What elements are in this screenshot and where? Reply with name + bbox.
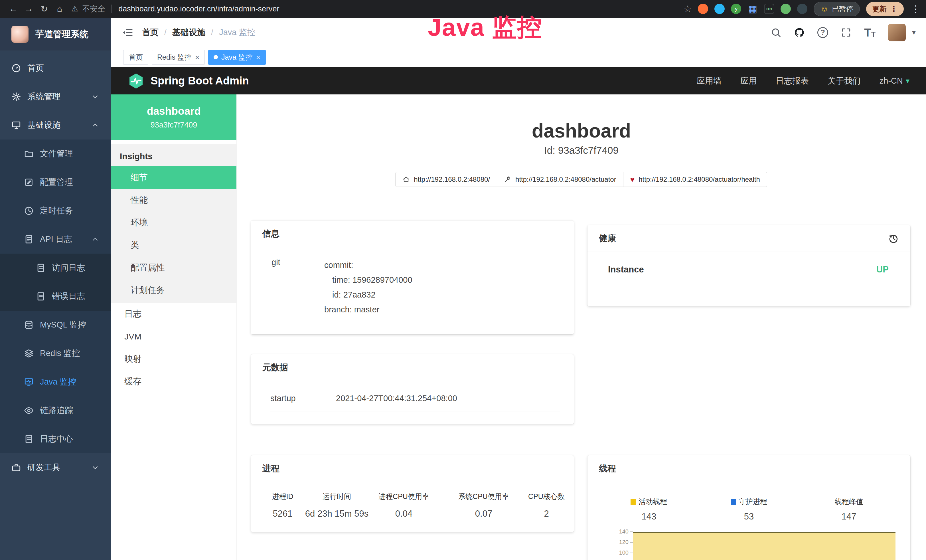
instance-link-home[interactable]: http://192.168.0.2:48080/ bbox=[395, 172, 497, 187]
sba-nav-wall[interactable]: 应用墙 bbox=[697, 75, 722, 87]
sba-nav-applications[interactable]: 应用 bbox=[740, 75, 757, 87]
sba-language-select[interactable]: zh-CN ▾ bbox=[879, 76, 909, 86]
sba-item-environment[interactable]: 环境 bbox=[111, 211, 236, 234]
sba-item-details[interactable]: 细节 bbox=[111, 166, 236, 189]
caret-down-icon[interactable]: ▾ bbox=[912, 28, 916, 37]
sidebar-item-trace[interactable]: 链路追踪 bbox=[0, 396, 111, 425]
sidebar-item-java-monitor[interactable]: Java 监控 bbox=[0, 368, 111, 396]
sidebar-item-label: API 日志 bbox=[40, 234, 72, 245]
health-card: 健康 Instance UP bbox=[587, 225, 910, 306]
breadcrumb-infrastructure[interactable]: 基础设施 bbox=[159, 27, 205, 38]
logo-avatar bbox=[11, 26, 29, 43]
sidebar-item-label: 首页 bbox=[27, 62, 44, 74]
sba-item-label: 环境 bbox=[131, 217, 148, 229]
sba-item-performance[interactable]: 性能 bbox=[111, 189, 236, 211]
column-header: 运行时间 bbox=[322, 492, 351, 501]
hamburger-icon[interactable] bbox=[121, 27, 133, 38]
tag-home[interactable]: 首页 bbox=[123, 50, 148, 65]
app-logo[interactable]: 芋道管理系统 bbox=[0, 18, 111, 50]
process-table: 进程ID 运行时间 进程CPU使用率 系统CPU使用率 CPU核心数 5261 … bbox=[251, 482, 574, 532]
extension-icon[interactable] bbox=[714, 4, 725, 14]
sidebar-item-api-logs[interactable]: API 日志 bbox=[0, 225, 111, 254]
user-avatar[interactable] bbox=[888, 24, 906, 41]
puzzle-extension-icon[interactable] bbox=[797, 4, 807, 14]
paused-badge[interactable]: ☺ 已暂停 bbox=[814, 2, 860, 16]
extension-icon[interactable] bbox=[698, 4, 708, 14]
sidebar-item-label: 研发工具 bbox=[27, 462, 61, 473]
sidebar-item-label: Redis 监控 bbox=[40, 348, 80, 359]
search-icon[interactable] bbox=[770, 27, 781, 38]
tag-java-monitor[interactable]: Java 监控 × bbox=[208, 50, 266, 65]
breadcrumb-current: Java 监控 bbox=[205, 27, 255, 38]
column-header: CPU核心数 bbox=[528, 492, 565, 501]
instance-link-health[interactable]: ♥ http://192.168.0.2:48080/actuator/heal… bbox=[623, 172, 767, 187]
sidebar-item-home[interactable]: 首页 bbox=[0, 54, 111, 82]
sidebar-item-file-management[interactable]: 文件管理 bbox=[0, 139, 111, 168]
sidebar-item-config-management[interactable]: 配置管理 bbox=[0, 168, 111, 197]
history-icon[interactable] bbox=[888, 233, 899, 244]
sidebar-item-label: 访问日志 bbox=[52, 262, 85, 274]
sba-nav-journal[interactable]: 日志报表 bbox=[776, 75, 809, 87]
close-icon[interactable]: × bbox=[256, 54, 260, 61]
extension-icon[interactable]: on bbox=[764, 4, 774, 14]
breadcrumb-home[interactable]: 首页 bbox=[142, 27, 159, 38]
sidebar-menu: 首页 系统管理 基础设施 文件管理 bbox=[0, 50, 111, 482]
y-tick-label: 120 bbox=[619, 539, 629, 545]
sba-insights-group: Insights 细节 性能 环境 类 配置属性 计划任务 bbox=[111, 144, 236, 303]
tag-label: 首页 bbox=[129, 53, 143, 62]
browser-menu-icon[interactable]: ⋮ bbox=[911, 3, 920, 14]
instance-links: http://192.168.0.2:48080/ http://192.168… bbox=[237, 172, 926, 187]
sba-item-mappings[interactable]: 映射 bbox=[111, 348, 236, 370]
sba-item-config-properties[interactable]: 配置属性 bbox=[111, 256, 236, 279]
info-line: id: 27aa832 bbox=[324, 287, 412, 302]
sba-item-label: 缓存 bbox=[124, 376, 141, 387]
sidebar-item-scheduled-tasks[interactable]: 定时任务 bbox=[0, 197, 111, 225]
sba-language-label: zh-CN bbox=[879, 76, 903, 86]
bookmark-star-icon[interactable]: ☆ bbox=[684, 3, 692, 14]
reload-icon[interactable]: ↻ bbox=[36, 4, 52, 14]
help-icon[interactable]: ? bbox=[817, 27, 828, 38]
sidebar-item-error-logs[interactable]: 错误日志 bbox=[0, 282, 111, 311]
info-line: branch: master bbox=[324, 302, 412, 317]
warning-icon: ⚠ bbox=[71, 4, 78, 14]
sidebar-item-system-management[interactable]: 系统管理 bbox=[0, 82, 111, 111]
instance-link-actuator[interactable]: http://192.168.0.2:48080/actuator bbox=[497, 172, 623, 187]
extension-icon[interactable]: y bbox=[731, 4, 741, 14]
sba-item-label: 性能 bbox=[131, 194, 148, 206]
update-button[interactable]: 更新 ⋮ bbox=[866, 2, 904, 16]
sba-nav-about[interactable]: 关于我们 bbox=[828, 75, 861, 87]
browser-home-icon[interactable]: ⌂ bbox=[52, 4, 67, 14]
column-header: 进程ID bbox=[272, 492, 294, 501]
tags-view: 首页 Redis 监控 × Java 监控 × bbox=[111, 47, 926, 67]
sba-item-logs[interactable]: 日志 bbox=[111, 303, 236, 325]
sba-item-label: 计划任务 bbox=[131, 285, 165, 296]
sba-item-caches[interactable]: 缓存 bbox=[111, 370, 236, 393]
font-size-icon[interactable]: TT bbox=[864, 27, 876, 38]
sba-item-classes[interactable]: 类 bbox=[111, 234, 236, 256]
github-icon[interactable] bbox=[794, 27, 805, 38]
metadata-value: 2021-04-27T00:44:31.254+08:00 bbox=[336, 394, 457, 403]
annotation-java-monitor: Java 监控 bbox=[428, 11, 542, 44]
extension-icon[interactable]: ▦ bbox=[747, 4, 758, 14]
extension-icon[interactable] bbox=[781, 4, 791, 14]
sidebar-item-dev-tools[interactable]: 研发工具 bbox=[0, 453, 111, 482]
fullscreen-icon[interactable] bbox=[841, 27, 852, 38]
close-icon[interactable]: × bbox=[195, 54, 199, 61]
sba-item-scheduled-tasks[interactable]: 计划任务 bbox=[111, 279, 236, 301]
address-bar[interactable]: ⚠ 不安全 dashboard.yudao.iocoder.cn/infra/a… bbox=[71, 4, 280, 14]
sidebar-item-access-logs[interactable]: 访问日志 bbox=[0, 254, 111, 282]
sba-sidebar: dashboard 93a3fc7f7409 Insights 细节 性能 环境… bbox=[111, 94, 237, 560]
forward-icon[interactable]: → bbox=[21, 4, 36, 14]
sidebar-item-redis-monitor[interactable]: Redis 监控 bbox=[0, 339, 111, 368]
sidebar-item-label: 配置管理 bbox=[40, 177, 73, 188]
back-icon[interactable]: ← bbox=[6, 4, 21, 14]
sba-instance-header[interactable]: dashboard 93a3fc7f7409 bbox=[111, 94, 236, 140]
sba-item-jvm[interactable]: JVM bbox=[111, 325, 236, 348]
sidebar-item-log-center[interactable]: 日志中心 bbox=[0, 425, 111, 453]
sidebar-item-mysql-monitor[interactable]: MySQL 监控 bbox=[0, 311, 111, 339]
sidebar-item-infrastructure[interactable]: 基础设施 bbox=[0, 111, 111, 139]
tag-redis-monitor[interactable]: Redis 监控 × bbox=[152, 50, 205, 65]
sba-instance-id: 93a3fc7f7409 bbox=[151, 121, 197, 130]
tick-mark bbox=[630, 542, 633, 543]
sba-brand[interactable]: Spring Boot Admin bbox=[128, 73, 249, 89]
